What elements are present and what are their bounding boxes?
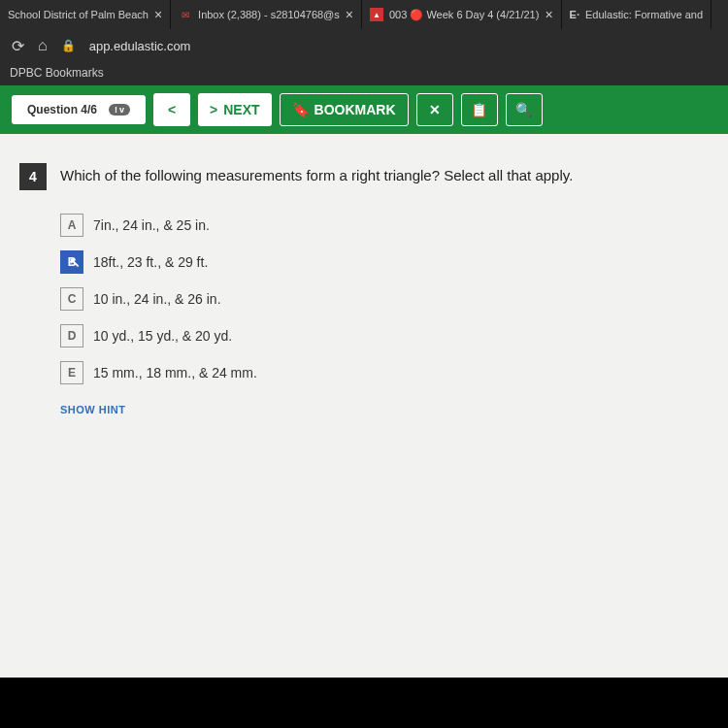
tab-title: Edulastic: Formative and	[585, 9, 703, 20]
question-text: Which of the following measurements form…	[60, 163, 573, 183]
lock-icon[interactable]: 🔒	[61, 39, 76, 52]
reload-icon[interactable]: ⟳	[12, 37, 24, 55]
question-number: 4	[19, 163, 47, 190]
answer-letter-selected[interactable]: B ↖	[60, 250, 83, 274]
home-icon[interactable]: ⌂	[38, 37, 48, 54]
answer-option[interactable]: C 10 in., 24 in., & 26 in.	[60, 287, 709, 311]
answer-letter[interactable]: A	[60, 214, 83, 237]
address-bar: ⟳ ⌂ 🔒 app.edulastic.com	[0, 29, 728, 62]
content-area: 4 Which of the following measurements fo…	[0, 134, 728, 678]
bookmarks-bar: DPBC Bookmarks	[0, 62, 728, 85]
answer-option[interactable]: E 15 mm., 18 mm., & 24 mm.	[60, 361, 709, 384]
answer-letter[interactable]: E	[60, 361, 83, 384]
close-icon[interactable]: ×	[154, 7, 162, 22]
answer-text: 15 mm., 18 mm., & 24 mm.	[93, 365, 257, 381]
answer-text: 10 yd., 15 yd., & 20 yd.	[93, 328, 232, 344]
calculator-icon: 📋	[471, 102, 487, 117]
browser-tab[interactable]: E· Edulastic: Formative and	[562, 0, 711, 29]
answers-list: A 7in., 24 in., & 25 in. B ↖ 18ft., 23 f…	[19, 214, 709, 415]
bookmark-icon: 🔖	[292, 102, 309, 117]
answer-letter[interactable]: D	[60, 324, 83, 347]
browser-tab[interactable]: School District of Palm Beach ×	[0, 0, 171, 29]
answer-text: 10 in., 24 in., & 26 in.	[93, 291, 221, 307]
tab-title: Inbox (2,388) - s28104768@s	[198, 9, 340, 20]
answer-letter[interactable]: C	[60, 287, 83, 311]
browser-tab[interactable]: ▲ 003 🔴 Week 6 Day 4 (4/21/21) ×	[362, 0, 562, 29]
search-icon: 🔍	[515, 102, 532, 117]
browser-chrome: School District of Palm Beach × Inbox (2…	[0, 0, 728, 85]
show-hint-button[interactable]: SHOW HINT	[60, 404, 709, 415]
bookmark-button[interactable]: 🔖 BOOKMARK	[280, 93, 409, 126]
calculator-button[interactable]: 📋	[461, 93, 498, 126]
tab-title-prefix: E·	[570, 9, 579, 20]
answer-option[interactable]: D 10 yd., 15 yd., & 20 yd.	[60, 324, 709, 347]
tab-title: 003 🔴 Week 6 Day 4 (4/21/21)	[389, 9, 539, 21]
tab-title: School District of Palm Beach	[8, 9, 149, 20]
close-button[interactable]: ✕	[416, 93, 453, 126]
cursor-icon: ↖	[69, 254, 81, 270]
next-label: NEXT	[223, 102, 259, 117]
app-header: Question 4/6 ! v < > NEXT 🔖 BOOKMARK ✕ 📋…	[0, 85, 728, 134]
close-icon[interactable]: ×	[346, 7, 353, 22]
close-icon[interactable]: ×	[545, 7, 552, 22]
counter-text: Question 4/6	[27, 103, 97, 116]
answer-option[interactable]: A 7in., 24 in., & 25 in.	[60, 214, 709, 237]
answer-option[interactable]: B ↖ 18ft., 23 ft., & 29 ft.	[60, 250, 709, 274]
bookmark-label: BOOKMARK	[314, 102, 396, 117]
next-button[interactable]: > NEXT	[198, 93, 272, 126]
question-counter[interactable]: Question 4/6 ! v	[12, 95, 146, 124]
bookmarks-folder[interactable]: DPBC Bookmarks	[10, 66, 104, 80]
prev-button[interactable]: <	[153, 93, 190, 126]
classroom-icon: ▲	[370, 8, 383, 21]
question-row: 4 Which of the following measurements fo…	[19, 163, 709, 190]
alert-icon: !	[115, 105, 117, 115]
close-icon: ✕	[429, 102, 441, 117]
tab-strip: School District of Palm Beach × Inbox (2…	[0, 0, 728, 29]
counter-badge: ! v	[109, 104, 130, 116]
chevron-right-icon: >	[210, 102, 217, 117]
browser-tab[interactable]: Inbox (2,388) - s28104768@s ×	[171, 0, 362, 29]
url-host[interactable]: app.edulastic.com	[89, 39, 191, 53]
answer-text: 18ft., 23 ft., & 29 ft.	[93, 254, 208, 270]
chevron-left-icon: <	[168, 102, 176, 117]
answer-text: 7in., 24 in., & 25 in.	[93, 217, 210, 233]
caret-down-icon: v	[119, 105, 124, 115]
gmail-icon	[179, 8, 192, 21]
search-button[interactable]: 🔍	[506, 93, 543, 126]
